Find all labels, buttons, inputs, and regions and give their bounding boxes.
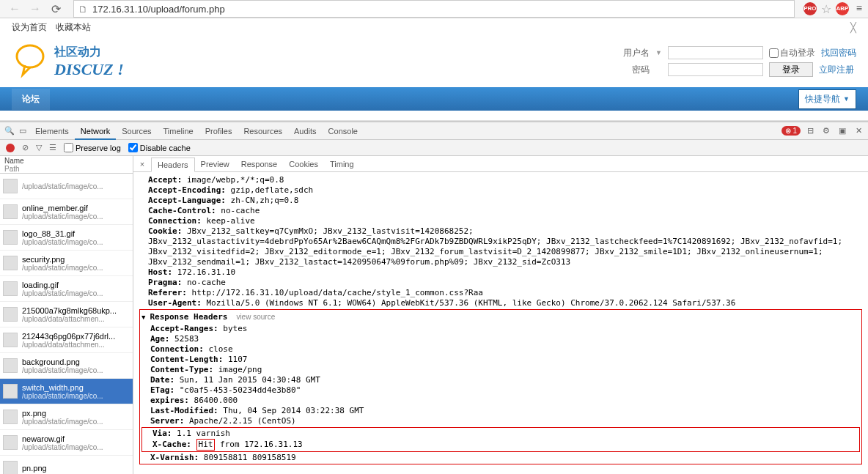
logo-en-text: DISCUZ ! [54, 60, 124, 79]
devtools-panel: 🔍 ▭ ElementsNetworkSourcesTimelineProfil… [0, 121, 868, 474]
settings-icon[interactable]: ⚙ [820, 125, 833, 138]
network-request-row[interactable]: newarow.gif/upload/static/image/co... [0, 430, 133, 456]
auto-login-checkbox[interactable] [769, 48, 779, 58]
devtools-tab-elements[interactable]: Elements [29, 124, 75, 138]
detail-tab-headers[interactable]: Headers [151, 158, 195, 172]
request-name: switch_width.png [22, 383, 103, 392]
svg-point-0 [17, 45, 43, 67]
chevron-down-icon: ▼ [843, 95, 850, 103]
address-bar[interactable]: 🗋 172.16.31.10/upload/forum.php [73, 0, 795, 18]
disable-cache-label: Disable cache [140, 144, 191, 152]
devtools-tab-sources[interactable]: Sources [116, 124, 157, 138]
set-home-link[interactable]: 设为首页 [12, 21, 47, 34]
network-request-row[interactable]: logo_88_31.gif/upload/static/image/co... [0, 225, 133, 251]
request-name: pn.png [22, 464, 47, 473]
dock-icon[interactable]: ▣ [836, 125, 849, 138]
file-icon [3, 256, 18, 270]
file-icon [3, 333, 18, 347]
filter-icon[interactable]: ▽ [36, 143, 42, 152]
search-icon[interactable]: 🔍 [3, 125, 16, 138]
extension-abp-icon[interactable]: ABP [836, 2, 849, 15]
devtools-tab-audits[interactable]: Audits [288, 124, 323, 138]
preserve-log-label: Preserve log [76, 144, 121, 152]
logo[interactable]: 社区动力 DISCUZ ! [12, 42, 124, 82]
response-header-line: Connection: close [141, 344, 860, 355]
error-count-badge[interactable]: ⊗ 1 [781, 126, 801, 136]
extension-pro-icon[interactable]: PRO [803, 2, 817, 15]
network-request-row[interactable]: online_member.gif/upload/static/image/co… [0, 199, 133, 225]
collect-link[interactable]: 收藏本站 [56, 21, 91, 34]
find-password-link[interactable]: 找回密码 [821, 47, 856, 59]
forward-button[interactable]: → [26, 0, 44, 18]
forum-tab[interactable]: 论坛 [12, 89, 50, 110]
request-name: loading.gif [22, 281, 103, 289]
register-link[interactable]: 立即注册 [819, 64, 854, 76]
star-icon[interactable]: ☆ [821, 2, 831, 16]
close-devtools-icon[interactable]: ✕ [852, 125, 865, 138]
request-path: /upload/data/attachmen... [22, 315, 117, 323]
response-header-line: Accept-Ranges: bytes [141, 324, 860, 334]
devtools-tab-profiles[interactable]: Profiles [199, 124, 238, 138]
response-header-line: ETag: "c0af5-453-50234dd4e3b80" [141, 385, 860, 396]
network-request-row[interactable]: /upload/static/image/co... [0, 174, 133, 199]
close-icon[interactable]: ╳ [850, 22, 856, 33]
network-request-row[interactable]: px.png/upload/static/image/co... [0, 404, 133, 430]
detail-tab-preview[interactable]: Preview [195, 158, 235, 171]
url-text: 172.16.31.10/upload/forum.php [92, 4, 790, 15]
response-headers-section[interactable]: Response Headersview source [141, 311, 860, 324]
username-input[interactable] [668, 46, 763, 59]
devtools-tab-network[interactable]: Network [75, 124, 116, 140]
network-request-row[interactable]: 212443q6pg06px77j6drl.../upload/data/att… [0, 327, 133, 353]
response-header-line: Date: Sun, 11 Jan 2015 04:30:48 GMT [141, 375, 860, 385]
response-header-line: Server: Apache/2.2.15 (CentOS) [141, 416, 860, 426]
device-icon[interactable]: ▭ [16, 125, 29, 138]
name-column-header[interactable]: Name [4, 157, 128, 165]
devtools-tab-resources[interactable]: Resources [238, 124, 288, 138]
devtools-tab-console[interactable]: Console [323, 124, 364, 138]
network-request-row[interactable]: switch_width.png/upload/static/image/co.… [0, 379, 133, 404]
file-icon [3, 410, 18, 424]
network-request-row[interactable]: background.png/upload/static/image/co... [0, 353, 133, 379]
network-request-row[interactable]: loading.gif/upload/static/image/co... [0, 276, 133, 302]
login-button[interactable]: 登录 [769, 62, 813, 77]
path-column-header: Path [4, 165, 128, 173]
network-request-row[interactable]: security.png/upload/static/image/co... [0, 251, 133, 276]
preserve-log-checkbox[interactable] [64, 143, 73, 152]
request-path: /upload/static/image/co... [22, 443, 103, 451]
view-icon[interactable]: ☰ [49, 143, 56, 152]
reload-button[interactable]: ⟳ [47, 0, 65, 18]
request-name: security.png [22, 255, 103, 264]
detail-tab-timing[interactable]: Timing [324, 158, 360, 171]
menu-icon[interactable]: ≡ [856, 2, 862, 16]
nav-bar: 论坛 快捷导航▼ [0, 87, 868, 111]
password-input[interactable] [668, 63, 763, 76]
response-header-line: Content-Type: image/png [141, 365, 860, 375]
logo-bar: 社区动力 DISCUZ ! 用户名 ▼ 自动登录 找回密码 密码 登录 立 [0, 36, 868, 87]
network-request-row[interactable]: pn.png [0, 456, 133, 474]
response-header-line: Content-Length: 1107 [141, 355, 860, 365]
request-path: /upload/static/image/co... [22, 366, 103, 374]
clear-icon[interactable]: ⊘ [22, 143, 29, 152]
detail-tab-cookies[interactable]: Cookies [283, 158, 324, 171]
file-icon [3, 281, 18, 296]
close-detail-icon[interactable]: × [136, 160, 148, 169]
view-source-link[interactable]: view source [236, 312, 275, 322]
username-dropdown-icon[interactable]: ▼ [655, 49, 662, 56]
drawer-icon[interactable]: ⊟ [803, 125, 817, 138]
record-button[interactable] [6, 144, 15, 152]
quick-nav-button[interactable]: 快捷导航▼ [798, 89, 856, 109]
request-path: /upload/static/image/co... [22, 289, 103, 297]
response-header-line: Age: 52583 [141, 334, 860, 344]
username-label: 用户名 [620, 47, 650, 59]
detail-tab-response[interactable]: Response [235, 158, 284, 171]
file-icon [3, 204, 18, 219]
cache-headers-box: Via: 1.1 varnishX-Cache: Hit from 172.16… [141, 427, 860, 452]
devtools-tab-timeline[interactable]: Timeline [158, 124, 199, 138]
network-request-row[interactable]: 215000a7kg8mlkg68ukp.../upload/data/atta… [0, 302, 133, 327]
request-header-line: Accept-Encoding: gzip,deflate,sdch [139, 185, 862, 196]
request-path: /upload/data/attachmen... [22, 341, 115, 349]
back-button[interactable]: ← [6, 0, 23, 18]
browser-toolbar: ← → ⟳ 🗋 172.16.31.10/upload/forum.php PR… [0, 0, 868, 18]
file-icon [3, 461, 18, 474]
disable-cache-checkbox[interactable] [128, 143, 138, 152]
